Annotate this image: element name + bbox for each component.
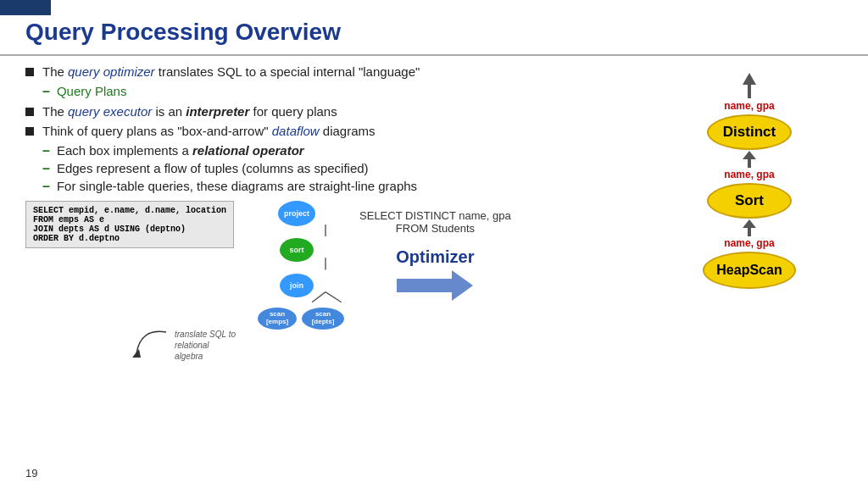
relational-operator-text: relational operator xyxy=(192,143,304,158)
sub-list-3: – Each box implements a relational opera… xyxy=(42,143,639,194)
distinct-label: Distinct xyxy=(723,124,776,141)
sub-box-text: Each box implements a relational operato… xyxy=(57,143,304,158)
flow-node-join-label: join xyxy=(290,281,303,290)
query-executor-text: query executor xyxy=(68,104,152,119)
bullet-2: The query executor is an interpreter for… xyxy=(25,104,639,119)
flow-node-join: join xyxy=(280,274,314,297)
bullet-square-2 xyxy=(25,108,34,116)
sub-item-single: – For single-table queries, these diagra… xyxy=(42,179,639,194)
dash-3b: – xyxy=(42,161,50,176)
right-diagram: name, gpa Distinct name, gpa Sort xyxy=(656,64,843,366)
dash-1: – xyxy=(42,84,50,99)
dash-3a: – xyxy=(42,143,50,158)
bullet-1-text: The query optimizer translates SQL to a … xyxy=(42,64,420,79)
sub-item-query-plans: – Query Plans xyxy=(42,84,639,99)
svg-marker-10 xyxy=(743,219,756,228)
bullet-square-3 xyxy=(25,127,34,136)
label-name-gpa-top: name, gpa xyxy=(724,100,774,112)
flow-node-scan-emps-label: scan[emps] xyxy=(266,311,288,326)
flow-node-scan-emps: scan[emps] xyxy=(258,308,297,330)
flowchart-diagram: project sort join xyxy=(241,201,351,332)
interpreter-text: interpreter xyxy=(186,104,249,119)
dataflow-text: dataflow xyxy=(272,124,320,138)
svg-rect-9 xyxy=(748,159,751,168)
query-optimizer-text: query optimizer xyxy=(68,64,155,79)
heapscan-node: HeapScan xyxy=(703,252,796,289)
sub-item-box: – Each box implements a relational opera… xyxy=(42,143,639,158)
blue-bar-decoration xyxy=(0,0,51,15)
svg-marker-6 xyxy=(743,73,756,85)
bullet-3-text: Think of query plans as "box-and-arrow" … xyxy=(42,124,376,138)
select-distinct-line1: SELECT DISTINCT name, gpa xyxy=(359,209,511,222)
sort-label: Sort xyxy=(735,192,764,209)
arrow-sort-heapscan xyxy=(743,219,756,236)
bullet-square-1 xyxy=(25,68,34,76)
slide-number: 19 xyxy=(25,467,37,480)
optimizer-section: SELECT DISTINCT name, gpa FROM Students … xyxy=(359,209,511,301)
bullet-list: The query optimizer translates SQL to a … xyxy=(25,64,639,194)
translate-label-area: translate SQL torelationalalgebra xyxy=(124,324,236,366)
sub-single-text: For single-table queries, these diagrams… xyxy=(57,179,417,193)
slide: Query Processing Overview The query opti… xyxy=(0,0,868,488)
sort-node: Sort xyxy=(707,183,792,219)
sub-list-1: – Query Plans xyxy=(42,84,639,99)
flow-node-scan-depts-label: scan[depts] xyxy=(312,311,335,326)
svg-line-3 xyxy=(326,292,342,302)
translate-label-text: translate SQL torelationalalgebra xyxy=(175,329,236,362)
heapscan-label: HeapScan xyxy=(716,263,782,278)
select-distinct-line2: FROM Students xyxy=(396,222,475,235)
top-arrow-svg xyxy=(743,73,756,98)
sql-code-box: SELECT empid, e.name, d.name, location F… xyxy=(25,201,234,251)
optimizer-label: Optimizer xyxy=(396,247,474,267)
svg-marker-5 xyxy=(397,270,473,301)
label-name-gpa-mid: name, gpa xyxy=(724,169,774,180)
title-area: Query Processing Overview xyxy=(0,0,868,56)
left-content: The query optimizer translates SQL to a … xyxy=(25,64,656,366)
distinct-node: Distinct xyxy=(707,114,792,150)
optimizer-arrow-svg xyxy=(397,270,473,301)
label-name-gpa-bottom: name, gpa xyxy=(724,237,774,249)
slide-title: Query Processing Overview xyxy=(25,19,843,46)
flow-node-sort: sort xyxy=(280,238,314,262)
translate-arrow-svg xyxy=(124,324,175,366)
arrow-distinct-sort xyxy=(743,151,756,168)
bullet-2-text: The query executor is an interpreter for… xyxy=(42,104,337,119)
flow-node-scan-depts: scan[depts] xyxy=(302,308,344,330)
sql-code-text: SELECT empid, e.name, d.name, location F… xyxy=(25,201,234,248)
optimizer-arrow-section: Optimizer xyxy=(396,247,474,301)
bullet-1: The query optimizer translates SQL to a … xyxy=(25,64,639,79)
flow-node-project: project xyxy=(278,201,315,226)
dash-3c: – xyxy=(42,179,50,194)
arrow-2-svg xyxy=(743,219,756,236)
flow-node-project-label: project xyxy=(284,209,309,218)
sub-edges-text: Edges represent a flow of tuples (column… xyxy=(57,161,369,175)
svg-marker-8 xyxy=(743,151,756,159)
svg-rect-7 xyxy=(748,85,751,98)
flow-node-sort-label: sort xyxy=(290,246,304,254)
svg-rect-11 xyxy=(748,228,751,236)
flowchart-section: SELECT empid, e.name, d.name, location F… xyxy=(25,201,351,366)
query-plans-text: Query Plans xyxy=(57,84,127,98)
arrow-1-svg xyxy=(743,151,756,168)
sub-item-edges: – Edges represent a flow of tuples (colu… xyxy=(42,161,639,176)
svg-line-2 xyxy=(312,292,326,302)
select-distinct-label: SELECT DISTINCT name, gpa FROM Students xyxy=(359,209,511,235)
bullet-3: Think of query plans as "box-and-arrow" … xyxy=(25,124,639,138)
top-arrow xyxy=(743,73,756,98)
